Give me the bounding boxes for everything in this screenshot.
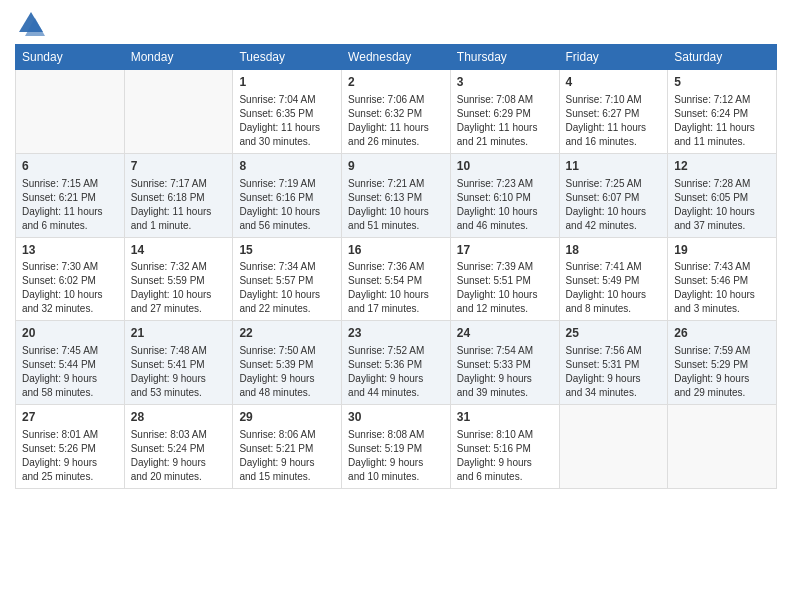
day-number: 12: [674, 158, 770, 175]
day-info: Sunrise: 7:48 AM: [131, 344, 227, 358]
calendar-cell: 27Sunrise: 8:01 AMSunset: 5:26 PMDayligh…: [16, 405, 125, 489]
day-info: and 11 minutes.: [674, 135, 770, 149]
calendar-cell: 13Sunrise: 7:30 AMSunset: 6:02 PMDayligh…: [16, 237, 125, 321]
day-info: Daylight: 10 hours: [131, 288, 227, 302]
day-info: Sunset: 5:31 PM: [566, 358, 662, 372]
day-info: Sunset: 5:59 PM: [131, 274, 227, 288]
day-number: 21: [131, 325, 227, 342]
day-number: 16: [348, 242, 444, 259]
calendar-cell: 24Sunrise: 7:54 AMSunset: 5:33 PMDayligh…: [450, 321, 559, 405]
calendar-cell: 21Sunrise: 7:48 AMSunset: 5:41 PMDayligh…: [124, 321, 233, 405]
day-number: 28: [131, 409, 227, 426]
weekday-header-saturday: Saturday: [668, 45, 777, 70]
day-number: 20: [22, 325, 118, 342]
day-number: 3: [457, 74, 553, 91]
day-info: and 15 minutes.: [239, 470, 335, 484]
day-info: Daylight: 9 hours: [239, 456, 335, 470]
day-info: and 42 minutes.: [566, 219, 662, 233]
day-info: Sunset: 6:18 PM: [131, 191, 227, 205]
calendar-cell: 1Sunrise: 7:04 AMSunset: 6:35 PMDaylight…: [233, 70, 342, 154]
day-info: Daylight: 9 hours: [457, 372, 553, 386]
day-info: Daylight: 11 hours: [131, 205, 227, 219]
day-info: and 26 minutes.: [348, 135, 444, 149]
day-info: Sunset: 6:27 PM: [566, 107, 662, 121]
day-info: Sunset: 6:10 PM: [457, 191, 553, 205]
day-info: and 17 minutes.: [348, 302, 444, 316]
calendar-cell: 28Sunrise: 8:03 AMSunset: 5:24 PMDayligh…: [124, 405, 233, 489]
day-info: Sunrise: 7:50 AM: [239, 344, 335, 358]
day-info: Sunset: 6:21 PM: [22, 191, 118, 205]
day-info: and 27 minutes.: [131, 302, 227, 316]
day-info: Sunrise: 7:28 AM: [674, 177, 770, 191]
day-info: Sunset: 5:33 PM: [457, 358, 553, 372]
day-info: Sunset: 5:19 PM: [348, 442, 444, 456]
day-info: Sunset: 6:05 PM: [674, 191, 770, 205]
day-info: Sunset: 5:21 PM: [239, 442, 335, 456]
day-info: Daylight: 10 hours: [348, 288, 444, 302]
day-info: Sunrise: 7:19 AM: [239, 177, 335, 191]
day-number: 1: [239, 74, 335, 91]
day-info: Sunrise: 8:01 AM: [22, 428, 118, 442]
day-info: Sunrise: 7:15 AM: [22, 177, 118, 191]
day-info: Daylight: 11 hours: [566, 121, 662, 135]
day-number: 31: [457, 409, 553, 426]
day-info: and 22 minutes.: [239, 302, 335, 316]
day-info: Daylight: 9 hours: [674, 372, 770, 386]
weekday-header-monday: Monday: [124, 45, 233, 70]
day-number: 14: [131, 242, 227, 259]
day-number: 25: [566, 325, 662, 342]
day-info: and 32 minutes.: [22, 302, 118, 316]
calendar-cell: 29Sunrise: 8:06 AMSunset: 5:21 PMDayligh…: [233, 405, 342, 489]
day-info: Sunset: 5:46 PM: [674, 274, 770, 288]
calendar-cell: 30Sunrise: 8:08 AMSunset: 5:19 PMDayligh…: [342, 405, 451, 489]
day-info: and 3 minutes.: [674, 302, 770, 316]
day-info: Sunrise: 7:34 AM: [239, 260, 335, 274]
day-number: 5: [674, 74, 770, 91]
page-container: SundayMondayTuesdayWednesdayThursdayFrid…: [0, 0, 792, 499]
day-info: Sunrise: 7:10 AM: [566, 93, 662, 107]
day-info: and 53 minutes.: [131, 386, 227, 400]
weekday-header-sunday: Sunday: [16, 45, 125, 70]
calendar-cell: 9Sunrise: 7:21 AMSunset: 6:13 PMDaylight…: [342, 153, 451, 237]
calendar-cell: 3Sunrise: 7:08 AMSunset: 6:29 PMDaylight…: [450, 70, 559, 154]
day-info: Daylight: 11 hours: [457, 121, 553, 135]
day-info: and 12 minutes.: [457, 302, 553, 316]
day-info: Sunset: 5:51 PM: [457, 274, 553, 288]
weekday-header-tuesday: Tuesday: [233, 45, 342, 70]
day-info: Daylight: 9 hours: [348, 456, 444, 470]
calendar-cell: 17Sunrise: 7:39 AMSunset: 5:51 PMDayligh…: [450, 237, 559, 321]
day-info: Daylight: 10 hours: [566, 205, 662, 219]
day-info: Sunset: 6:32 PM: [348, 107, 444, 121]
day-info: Sunset: 6:35 PM: [239, 107, 335, 121]
day-info: Daylight: 11 hours: [348, 121, 444, 135]
calendar-cell: 23Sunrise: 7:52 AMSunset: 5:36 PMDayligh…: [342, 321, 451, 405]
weekday-header-row: SundayMondayTuesdayWednesdayThursdayFrid…: [16, 45, 777, 70]
day-info: and 46 minutes.: [457, 219, 553, 233]
logo: [15, 10, 45, 38]
day-info: Sunset: 5:26 PM: [22, 442, 118, 456]
day-info: Sunset: 6:29 PM: [457, 107, 553, 121]
day-number: 13: [22, 242, 118, 259]
day-info: Sunrise: 7:36 AM: [348, 260, 444, 274]
day-number: 11: [566, 158, 662, 175]
calendar-cell: 18Sunrise: 7:41 AMSunset: 5:49 PMDayligh…: [559, 237, 668, 321]
day-info: Sunrise: 7:54 AM: [457, 344, 553, 358]
day-info: Sunset: 5:29 PM: [674, 358, 770, 372]
day-info: Sunrise: 7:45 AM: [22, 344, 118, 358]
day-info: and 25 minutes.: [22, 470, 118, 484]
day-info: Sunrise: 7:59 AM: [674, 344, 770, 358]
day-info: Daylight: 10 hours: [239, 288, 335, 302]
day-info: Sunset: 5:44 PM: [22, 358, 118, 372]
day-info: and 6 minutes.: [457, 470, 553, 484]
day-info: Sunrise: 7:41 AM: [566, 260, 662, 274]
day-info: Daylight: 10 hours: [674, 288, 770, 302]
day-info: Sunrise: 7:06 AM: [348, 93, 444, 107]
calendar-cell: 22Sunrise: 7:50 AMSunset: 5:39 PMDayligh…: [233, 321, 342, 405]
day-info: Daylight: 10 hours: [348, 205, 444, 219]
day-info: Daylight: 11 hours: [239, 121, 335, 135]
day-info: Sunset: 5:36 PM: [348, 358, 444, 372]
day-number: 29: [239, 409, 335, 426]
day-number: 27: [22, 409, 118, 426]
day-info: Sunset: 6:07 PM: [566, 191, 662, 205]
calendar-week-row: 1Sunrise: 7:04 AMSunset: 6:35 PMDaylight…: [16, 70, 777, 154]
